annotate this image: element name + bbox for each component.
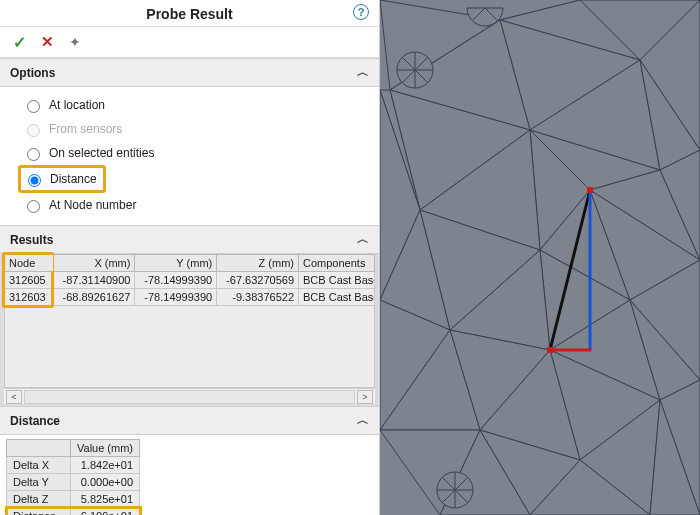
cell-comp: BCB Cast Base (299, 289, 375, 306)
distance-heading: Distance (10, 414, 60, 428)
radio-at-node-number-label: At Node number (49, 198, 136, 212)
col-comp[interactable]: Components (299, 255, 375, 272)
cancel-button[interactable]: ✕ (38, 33, 56, 51)
results-h-scrollbar[interactable]: < > (4, 388, 375, 404)
label-delta-z: Delta Z (7, 491, 71, 508)
scroll-left-button[interactable]: < (6, 390, 22, 404)
results-table[interactable]: Node X (mm) Y (mm) Z (mm) Components 312… (4, 254, 375, 388)
radio-from-sensors-label: From sensors (49, 122, 122, 136)
table-row: Delta Y 0.000e+00 (7, 474, 140, 491)
results-grid-wrap: Node X (mm) Y (mm) Z (mm) Components 312… (0, 254, 379, 406)
panel-title-bar: Probe Result ? (0, 0, 379, 27)
distance-blank-header (7, 440, 71, 457)
col-x[interactable]: X (mm) (53, 255, 135, 272)
options-heading: Options (10, 66, 55, 80)
label-delta-x: Delta X (7, 457, 71, 474)
distance-table[interactable]: Value (mm) Delta X 1.842e+01 Delta Y 0.0… (6, 439, 140, 515)
probe-node-marker (547, 347, 553, 353)
label-delta-y: Delta Y (7, 474, 71, 491)
cell-z: -67.63270569 (217, 272, 299, 289)
cell-node: 312605 (5, 272, 54, 289)
radio-from-sensors: From sensors (22, 117, 367, 141)
value-delta-x: 1.842e+01 (71, 457, 140, 474)
confirm-toolbar: ✓ ✕ ✦ (0, 27, 379, 58)
cell-x: -68.89261627 (53, 289, 135, 306)
cell-z: -9.38376522 (217, 289, 299, 306)
cell-y: -78.14999390 (135, 272, 217, 289)
col-y[interactable]: Y (mm) (135, 255, 217, 272)
radio-on-selected-label: On selected entities (49, 146, 154, 160)
options-body: At location From sensors On selected ent… (0, 87, 379, 225)
pin-button[interactable]: ✦ (66, 33, 84, 51)
cell-y: -78.14999390 (135, 289, 217, 306)
radio-distance[interactable]: Distance (23, 169, 97, 189)
radio-distance-label: Distance (50, 172, 97, 186)
help-icon[interactable]: ? (353, 4, 369, 20)
distance-section-header[interactable]: Distance ︿ (0, 406, 379, 435)
mesh-svg (380, 0, 700, 515)
table-row: Delta X 1.842e+01 (7, 457, 140, 474)
distance-row-highlight: Distance 6.109e+01 (7, 508, 140, 516)
graphics-viewport[interactable] (380, 0, 700, 515)
cell-node: 312603 (5, 289, 54, 306)
chevron-up-icon: ︿ (357, 412, 369, 429)
table-row[interactable]: 312603 -68.89261627 -78.14999390 -9.3837… (5, 289, 375, 306)
col-node[interactable]: Node (5, 255, 54, 272)
panel-title: Probe Result (146, 6, 232, 22)
radio-from-sensors-input (27, 124, 40, 137)
value-delta-y: 0.000e+00 (71, 474, 140, 491)
radio-at-location[interactable]: At location (22, 93, 367, 117)
ok-button[interactable]: ✓ (10, 33, 28, 51)
grid-filler (5, 306, 375, 388)
distance-value-header: Value (mm) (71, 440, 140, 457)
radio-distance-input[interactable] (28, 174, 41, 187)
scroll-track[interactable] (24, 390, 355, 404)
radio-at-node-number[interactable]: At Node number (22, 193, 367, 217)
radio-on-selected[interactable]: On selected entities (22, 141, 367, 165)
cell-x: -87.31140900 (53, 272, 135, 289)
cell-comp: BCB Cast Base (299, 272, 375, 289)
radio-distance-highlight: Distance (18, 165, 106, 193)
label-distance: Distance (7, 508, 71, 516)
radio-at-location-input[interactable] (27, 100, 40, 113)
radio-on-selected-input[interactable] (27, 148, 40, 161)
col-z[interactable]: Z (mm) (217, 255, 299, 272)
probe-node-marker (587, 187, 593, 193)
scroll-right-button[interactable]: > (357, 390, 373, 404)
probe-result-panel: Probe Result ? ✓ ✕ ✦ Options ︿ At locati… (0, 0, 380, 515)
chevron-up-icon: ︿ (357, 231, 369, 248)
radio-at-node-number-input[interactable] (27, 200, 40, 213)
distance-body: Value (mm) Delta X 1.842e+01 Delta Y 0.0… (0, 435, 379, 515)
table-row: Delta Z 5.825e+01 (7, 491, 140, 508)
results-heading: Results (10, 233, 53, 247)
value-delta-z: 5.825e+01 (71, 491, 140, 508)
radio-at-location-label: At location (49, 98, 105, 112)
value-distance: 6.109e+01 (71, 508, 140, 516)
chevron-up-icon: ︿ (357, 64, 369, 81)
results-section-header[interactable]: Results ︿ (0, 225, 379, 254)
options-section-header[interactable]: Options ︿ (0, 58, 379, 87)
table-row[interactable]: 312605 -87.31140900 -78.14999390 -67.632… (5, 272, 375, 289)
